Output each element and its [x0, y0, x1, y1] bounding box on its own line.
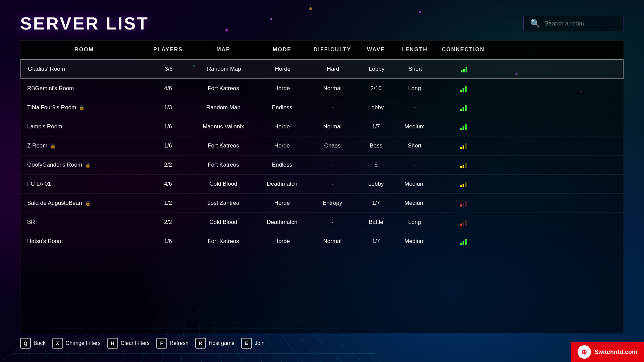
btn-key: F: [156, 338, 167, 349]
cell-map: Cold Blood: [188, 175, 259, 193]
room-name: BR: [27, 219, 35, 226]
room-name: Z Room: [27, 142, 47, 149]
cell-length: Medium: [393, 117, 436, 136]
btn-key: R: [195, 338, 206, 349]
cell-players: 1/3: [148, 98, 188, 117]
btn-label: Change Filters: [66, 340, 101, 346]
table-row[interactable]: BR 2/2 Cold Blood Deathmatch - Battle Lo…: [20, 213, 624, 232]
cell-map: Random Map: [189, 60, 259, 78]
table-row[interactable]: Hatsu's Room 1/6 Fort Katreos Horde Norm…: [20, 232, 624, 251]
cell-length: Short: [393, 60, 437, 78]
cell-difficulty: Chaos: [306, 136, 359, 155]
cell-wave: Lobby: [359, 175, 393, 193]
btn-key: H: [107, 338, 118, 349]
signal-bar-3: [465, 163, 467, 168]
cell-length: Medium: [393, 232, 436, 251]
btn-item-host-game[interactable]: R Host game: [195, 338, 234, 349]
cell-wave: Lobby: [359, 98, 393, 117]
cell-spacer: [490, 98, 500, 117]
cell-spacer: [490, 117, 500, 136]
table-row[interactable]: FC LA 01 4/6 Cold Blood Deathmatch - Lob…: [20, 175, 624, 194]
lock-icon: 🔒: [85, 200, 91, 206]
table-row[interactable]: Lamp's Room 1/6 Magnus Vallonix Horde No…: [20, 117, 624, 136]
signal-bars: [460, 238, 467, 245]
cell-players: 2/2: [148, 156, 188, 174]
cell-length: Long: [393, 79, 436, 98]
cell-room: FC LA 01: [20, 175, 148, 193]
cell-spacer: [490, 79, 500, 98]
table-row[interactable]: Sala de AugustoBean 🔒 1/2 Lost Zantrea H…: [20, 194, 624, 213]
col-connection: CONNECTION: [436, 41, 490, 59]
cell-room: Gladius' Room: [21, 60, 149, 78]
signal-bar-1: [460, 243, 462, 245]
btn-item-change-filters[interactable]: X Change Filters: [52, 338, 101, 349]
signal-bars: [460, 219, 467, 226]
table-row[interactable]: Z Room 🔒 1/6 Fort Katreos Horde Chaos Bo…: [20, 136, 624, 156]
signal-bar-3: [466, 67, 467, 72]
col-players: PLAYERS: [148, 41, 188, 59]
cell-connection: [436, 79, 490, 98]
cell-length: Long: [393, 213, 436, 232]
cell-difficulty: -: [306, 98, 359, 117]
cell-difficulty: -: [306, 175, 359, 193]
room-name: Sala de AugustoBean: [27, 200, 82, 206]
cell-difficulty: Entropy: [306, 194, 359, 213]
signal-bars: [460, 142, 467, 149]
table-row[interactable]: GoofyGandor's Room 🔒 2/2 Fort Katreos En…: [20, 156, 624, 175]
col-wave: WAVE: [359, 41, 393, 59]
signal-bar-2: [463, 107, 464, 111]
btn-label: Host game: [209, 340, 234, 346]
cell-wave: 2/10: [359, 79, 393, 98]
signal-bars: [461, 66, 467, 72]
cell-players: 1/2: [148, 194, 188, 213]
cell-map: Magnus Vallonix: [188, 117, 259, 136]
signal-bar-1: [460, 185, 462, 187]
col-map: MAP: [188, 41, 259, 59]
table-row[interactable]: TibialFour9's Room 🔒 1/3 Random Map Endl…: [20, 98, 624, 117]
signal-bar-2: [463, 241, 464, 245]
btn-item-refresh[interactable]: F Refresh: [156, 338, 189, 349]
signal-bar-1: [460, 224, 462, 226]
signal-bar-3: [465, 239, 467, 245]
table-body[interactable]: Gladius' Room 3/6 Random Map Horde Hard …: [20, 59, 624, 333]
cell-mode: Horde: [259, 60, 306, 78]
cell-players: 3/6: [149, 60, 189, 78]
cell-connection: [436, 213, 490, 232]
btn-item-clear-filters[interactable]: H Clear Filters: [107, 338, 150, 349]
header-row: SERVER LIST 🔍 Search a room: [20, 13, 624, 34]
signal-bar-1: [460, 204, 462, 206]
cell-players: 1/6: [148, 136, 188, 155]
cell-map: Fort Katreos: [188, 79, 259, 98]
cell-connection: [436, 117, 490, 136]
cell-spacer: [490, 194, 500, 213]
signal-bar-3: [465, 143, 467, 149]
server-table: ROOM PLAYERS MAP MODE DIFFICULTY WAVE LE…: [20, 40, 624, 333]
cell-room: Z Room 🔒: [20, 136, 148, 155]
cell-room: RBGemini's Room: [20, 79, 148, 98]
btn-item-join[interactable]: E Join: [241, 338, 264, 349]
cell-difficulty: Normal: [306, 232, 359, 251]
table-row[interactable]: RBGemini's Room 4/6 Fort Katreos Horde N…: [20, 79, 624, 98]
cell-difficulty: Normal: [306, 79, 359, 98]
btn-key: E: [241, 338, 252, 349]
bottom-bar: Q Back X Change Filters H Clear Filters …: [20, 338, 624, 349]
cell-difficulty: Normal: [306, 117, 359, 136]
btn-label: Clear Filters: [121, 340, 150, 346]
btn-item-back[interactable]: Q Back: [20, 338, 46, 349]
cell-wave: Battle: [359, 213, 393, 232]
search-box[interactable]: 🔍 Search a room: [523, 16, 624, 31]
cell-wave: 1/7: [359, 194, 393, 213]
room-name: Hatsu's Room: [27, 238, 63, 245]
lock-icon: 🔒: [79, 105, 85, 110]
signal-bar-1: [460, 128, 462, 130]
cell-difficulty: Hard: [306, 60, 360, 78]
signal-bars: [460, 104, 467, 111]
signal-bar-3: [465, 124, 467, 130]
cell-spacer: [490, 232, 500, 251]
signal-bar-2: [463, 88, 464, 92]
signal-bar-2: [463, 203, 464, 206]
table-row[interactable]: Gladius' Room 3/6 Random Map Horde Hard …: [20, 59, 624, 79]
signal-bar-1: [460, 109, 462, 111]
signal-bars: [460, 162, 467, 168]
cell-mode: Horde: [259, 194, 306, 213]
